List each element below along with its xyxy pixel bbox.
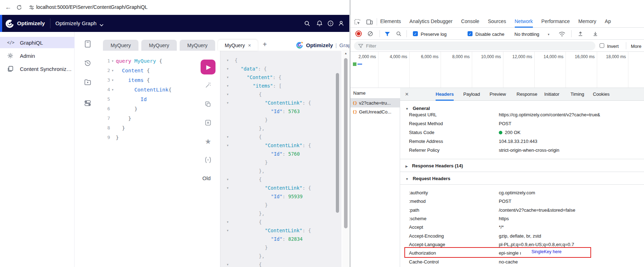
filter-input[interactable] <box>366 43 579 49</box>
close-icon[interactable]: × <box>405 91 409 98</box>
refresh-icon[interactable] <box>16 5 22 12</box>
back-icon[interactable]: ← <box>5 4 11 10</box>
value-text: gzip, deflate, br, zstd <box>499 233 541 239</box>
product-switcher[interactable]: Optimizely Graph <box>55 20 97 26</box>
history-icon[interactable] <box>84 59 92 67</box>
prettify-icon[interactable] <box>204 81 212 89</box>
more-filters[interactable]: More <box>631 44 642 49</box>
disable-cache-label[interactable]: Disable cache <box>475 32 504 37</box>
page-scrollbar[interactable]: ▲ <box>342 50 349 267</box>
devtools-tab-elements[interactable]: Elements <box>380 16 401 28</box>
detail-tab-response[interactable]: Response <box>517 88 537 101</box>
notifications-bell-icon[interactable] <box>316 20 323 28</box>
invert-checkbox[interactable] <box>600 43 604 48</box>
request-row[interactable]: {}GetUnreadCo... <box>350 107 400 116</box>
graphiql-tab[interactable]: MyQuery <box>141 40 177 51</box>
record-icon[interactable] <box>355 30 362 37</box>
network-overview-timeline[interactable]: 2,000 ms4,000 ms6,000 ms8,000 ms10,000 m… <box>350 52 644 88</box>
disable-cache-checkbox[interactable]: ✓ <box>468 31 473 36</box>
fold-caret-icon[interactable]: ▾ <box>227 220 233 224</box>
add-folder-icon[interactable] <box>84 78 92 86</box>
filter-funnel-icon[interactable] <box>384 32 390 38</box>
old-version-link[interactable]: Old <box>202 175 211 181</box>
request-row[interactable]: {}v2?cache=tru... <box>350 99 400 107</box>
devtools-tab-network[interactable]: Network <box>515 16 533 28</box>
fold-caret-icon[interactable]: ▾ <box>227 186 233 190</box>
header-value: POST <box>499 199 511 204</box>
detail-tab-payload[interactable]: Payload <box>463 88 480 101</box>
search-icon[interactable] <box>396 31 402 38</box>
content-sync-icon <box>7 66 15 72</box>
section-title: Response Headers (14) <box>412 163 463 168</box>
fold-caret-icon[interactable]: ▾ <box>110 69 116 72</box>
devtools-tab-ap[interactable]: Ap <box>605 16 611 28</box>
devtools-tab-sources[interactable]: Sources <box>488 16 506 28</box>
new-tab-button[interactable]: + <box>263 40 267 49</box>
fold-caret-icon[interactable]: ▾ <box>227 229 233 232</box>
scrollbar-thumb[interactable] <box>344 58 348 228</box>
fold-caret-icon[interactable]: ▾ <box>227 59 233 62</box>
url-bar[interactable]: localhost:5000/EPiServer/ContentGraph/Gr… <box>36 4 148 10</box>
detail-tab-cookies[interactable]: Cookies <box>593 88 610 101</box>
fold-caret-icon[interactable]: ▾ <box>227 101 233 105</box>
fold-caret-icon[interactable]: ▾ <box>227 67 233 71</box>
fold-caret-icon[interactable]: ▾ <box>227 93 233 96</box>
detail-tab-initiator[interactable]: Initiator <box>544 88 560 101</box>
site-info-icon[interactable] <box>29 5 34 11</box>
devtools-tab-analytics-debugger[interactable]: Analytics Debugger <box>409 16 452 28</box>
fold-caret-icon[interactable]: ▾ <box>227 76 233 79</box>
detail-tab-preview[interactable]: Preview <box>490 88 506 101</box>
detail-tab-timing[interactable]: Timing <box>571 88 584 101</box>
optimizely-graph-logo: Optimizely | Graph <box>296 41 349 49</box>
export-har-icon[interactable] <box>593 31 598 38</box>
docs-icon[interactable] <box>84 40 92 48</box>
merge-icon[interactable] <box>204 118 212 127</box>
value-text: */* <box>499 224 504 230</box>
preserve-log-checkbox[interactable]: ✓ <box>413 31 418 36</box>
fold-caret-icon[interactable]: ▾ <box>227 178 233 181</box>
graphiql-tab[interactable]: MyQuery <box>103 40 138 51</box>
fold-caret-icon[interactable]: ▾ <box>227 263 233 266</box>
network-conditions-icon[interactable] <box>558 31 566 38</box>
inspect-icon[interactable] <box>354 18 361 27</box>
fold-caret-icon[interactable]: ▾ <box>227 144 233 147</box>
request-headers-section-header[interactable]: ▼ Request Headers <box>405 175 451 182</box>
detail-tab-headers[interactable]: Headers <box>436 88 454 101</box>
scroll-up-icon[interactable]: ▲ <box>344 52 347 55</box>
devtools-tab-memory[interactable]: Memory <box>578 16 596 28</box>
preserve-log-label[interactable]: Preserve log <box>421 32 447 37</box>
response-headers-section-header[interactable]: ▶ Response Headers (14) <box>405 162 463 169</box>
request-list-header[interactable]: Name <box>350 88 400 99</box>
result-scrollbar[interactable] <box>336 73 339 213</box>
section-title: General <box>413 106 430 111</box>
ref-brackets-icon[interactable] <box>204 156 212 164</box>
profile-icon[interactable] <box>338 20 344 28</box>
sidebar-item-graphiql[interactable]: </> GraphiQL <box>0 37 75 48</box>
sidebar-item-content-sync[interactable]: Content Synchronizat... <box>0 63 75 74</box>
clear-icon[interactable] <box>367 31 373 38</box>
fold-caret-icon[interactable]: ▾ <box>110 78 116 82</box>
sidebar-item-admin[interactable]: Admin <box>0 50 75 61</box>
star-icon[interactable]: ★ <box>204 137 212 146</box>
help-icon[interactable]: ? <box>327 20 334 28</box>
execute-query-button[interactable]: ▶ <box>201 60 215 74</box>
import-har-icon[interactable] <box>578 31 583 38</box>
divider <box>406 30 407 37</box>
device-toolbar-icon[interactable] <box>366 19 373 27</box>
throttling-select[interactable]: No throttling <box>514 32 539 37</box>
query-editor[interactable]: 1▾query MyQuery {2▾ Content {3▾ items {4… <box>100 56 217 155</box>
invert-label[interactable]: Invert <box>607 44 619 49</box>
devtools-tab-console[interactable]: Console <box>461 16 479 28</box>
settings-toggles-icon[interactable] <box>84 99 92 107</box>
fold-caret-icon[interactable]: ▾ <box>227 84 233 88</box>
copy-icon[interactable] <box>204 100 212 109</box>
fold-caret-icon[interactable]: ▾ <box>227 135 233 139</box>
fold-caret-icon[interactable]: ▾ <box>110 59 116 63</box>
close-tab-icon[interactable]: × <box>248 43 251 48</box>
graphiql-tab-active[interactable]: MyQuery × <box>218 40 258 51</box>
filter-input-box[interactable] <box>354 41 595 50</box>
search-icon[interactable] <box>304 20 310 28</box>
fold-caret-icon[interactable]: ▾ <box>110 88 116 91</box>
devtools-tab-performance[interactable]: Performance <box>541 16 570 28</box>
graphiql-tab[interactable]: MyQuery <box>180 40 215 51</box>
